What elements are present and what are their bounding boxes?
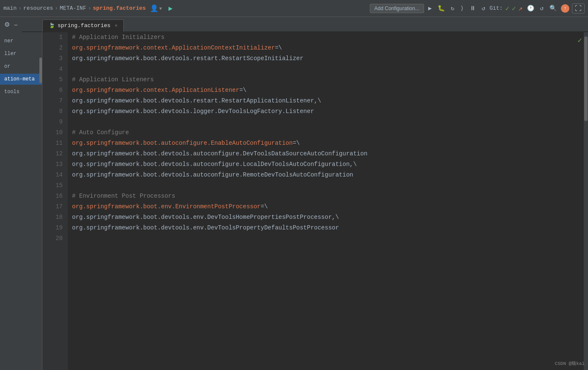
code-line-20[interactable]: [72, 233, 580, 244]
tab-file-icon: 🍃: [49, 22, 55, 29]
scrollbar-thumb: [584, 36, 588, 121]
line-number-1: 1: [42, 32, 63, 43]
breadcrumb: main › resources › META-INF › spring.fac…: [3, 5, 146, 11]
line-number-6: 6: [42, 85, 63, 96]
editor-scrollbar[interactable]: ✓: [584, 32, 588, 370]
line-number-17: 17: [42, 202, 63, 212]
git-undo-icon[interactable]: ↺: [538, 4, 545, 13]
code-line-6[interactable]: org.springframework.context.ApplicationL…: [72, 85, 580, 96]
tab-bar: 🍃 spring.factories ×: [0, 17, 588, 32]
line-number-11: 11: [42, 138, 63, 149]
sidebar: ner ller or ation-meta tools: [0, 32, 42, 370]
breadcrumb-main[interactable]: main: [3, 5, 17, 11]
code-line-4[interactable]: [72, 64, 580, 75]
sidebar-item-ation-meta[interactable]: ation-meta: [0, 74, 42, 85]
code-line-15[interactable]: [72, 180, 580, 191]
play-icon[interactable]: ▶: [427, 4, 433, 13]
breadcrumb-springfactories[interactable]: spring.factories: [93, 5, 146, 11]
sidebar-item-ner[interactable]: ner: [0, 36, 42, 47]
tab-close-button[interactable]: ×: [115, 23, 118, 28]
line-number-9: 9: [42, 117, 63, 127]
code-line-16[interactable]: # Environment Post Processors: [72, 191, 580, 202]
tab-bar-container: ⚙ − 🍃 spring.factories ×: [0, 17, 588, 32]
editor-area: 1234567891011121314151617181920 # Applic…: [42, 32, 588, 370]
expand-button[interactable]: ⛶: [572, 3, 585, 14]
code-line-11[interactable]: org.springframework.boot.autoconfigure.E…: [72, 138, 580, 149]
code-line-8[interactable]: org.springframework.boot.devtools.logger…: [72, 106, 580, 117]
git-check-icon[interactable]: ✓: [505, 4, 510, 13]
line-number-16: 16: [42, 191, 63, 202]
line-number-12: 12: [42, 149, 63, 159]
debug-icon[interactable]: 🐛: [436, 4, 447, 13]
breadcrumb-resources[interactable]: resources: [23, 5, 53, 11]
code-line-9[interactable]: [72, 117, 580, 127]
user-icon[interactable]: 👤▾: [150, 4, 163, 13]
line-number-15: 15: [42, 180, 63, 191]
git-push-icon[interactable]: ↗: [519, 4, 523, 13]
line-number-10: 10: [42, 127, 63, 138]
line-number-18: 18: [42, 212, 63, 223]
code-line-7[interactable]: org.springframework.boot.devtools.restar…: [72, 96, 580, 106]
line-number-14: 14: [42, 170, 63, 180]
pause-icon[interactable]: ⏸: [468, 4, 477, 13]
code-line-5[interactable]: # Application Listeners: [72, 75, 580, 85]
breadcrumb-metainf[interactable]: META-INF: [60, 5, 86, 11]
sidebar-item-ller[interactable]: ller: [0, 48, 42, 59]
sidebar-item-tools[interactable]: tools: [0, 86, 42, 97]
code-editor[interactable]: 1234567891011121314151617181920 # Applic…: [42, 32, 588, 370]
minimize-button[interactable]: −: [12, 19, 19, 30]
tab-controls: ⚙ −: [0, 17, 22, 32]
line-number-2: 2: [42, 43, 63, 53]
run-icon[interactable]: ▶: [169, 4, 173, 13]
line-number-4: 4: [42, 64, 63, 75]
code-content[interactable]: # Application Initializersorg.springfram…: [68, 32, 584, 370]
reload-icon[interactable]: ↻: [449, 4, 456, 13]
line-number-5: 5: [42, 75, 63, 85]
git-clock-icon[interactable]: 🕐: [525, 4, 536, 13]
toolbar: main › resources › META-INF › spring.fac…: [0, 0, 588, 17]
forward-icon[interactable]: ⟩: [459, 4, 466, 13]
code-line-3[interactable]: org.springframework.boot.devtools.restar…: [72, 53, 580, 64]
main-area: ner ller or ation-meta tools 12345678910…: [0, 32, 588, 370]
code-line-2[interactable]: org.springframework.context.ApplicationC…: [72, 43, 580, 53]
code-line-18[interactable]: org.springframework.boot.devtools.env.De…: [72, 212, 580, 223]
sidebar-item-or[interactable]: or: [0, 61, 42, 72]
line-number-7: 7: [42, 96, 63, 106]
line-numbers: 1234567891011121314151617181920: [42, 32, 68, 370]
line-number-13: 13: [42, 159, 63, 170]
sidebar-scrollbar[interactable]: [39, 58, 42, 83]
line-number-20: 20: [42, 233, 63, 244]
line-number-8: 8: [42, 106, 63, 117]
watermark: CSDN @顺kai: [555, 360, 585, 367]
git-label: Git:: [489, 5, 502, 11]
git-checkmark-icon[interactable]: ✓: [512, 4, 516, 13]
code-line-19[interactable]: org.springframework.boot.devtools.env.De…: [72, 223, 580, 233]
code-line-17[interactable]: org.springframework.boot.env.Environment…: [72, 202, 580, 212]
code-line-1[interactable]: # Application Initializers: [72, 32, 580, 43]
code-line-13[interactable]: org.springframework.boot.devtools.autoco…: [72, 159, 580, 170]
line-number-3: 3: [42, 53, 63, 64]
tab-label: spring.factories: [58, 22, 111, 29]
spring-factories-tab[interactable]: 🍃 spring.factories ×: [42, 19, 124, 32]
code-line-14[interactable]: org.springframework.boot.devtools.autoco…: [72, 170, 580, 180]
settings-button[interactable]: ⚙: [3, 19, 11, 30]
code-line-10[interactable]: # Auto Configure: [72, 127, 580, 138]
search-icon[interactable]: 🔍: [548, 4, 558, 13]
undo-icon[interactable]: ↺: [480, 4, 487, 13]
code-line-12[interactable]: org.springframework.boot.devtools.autoco…: [72, 149, 580, 159]
line-number-19: 19: [42, 223, 63, 233]
check-mark: ✓: [577, 36, 582, 45]
add-configuration-button[interactable]: Add Configuration...: [370, 4, 424, 13]
notification-icon[interactable]: ↑: [561, 4, 569, 13]
